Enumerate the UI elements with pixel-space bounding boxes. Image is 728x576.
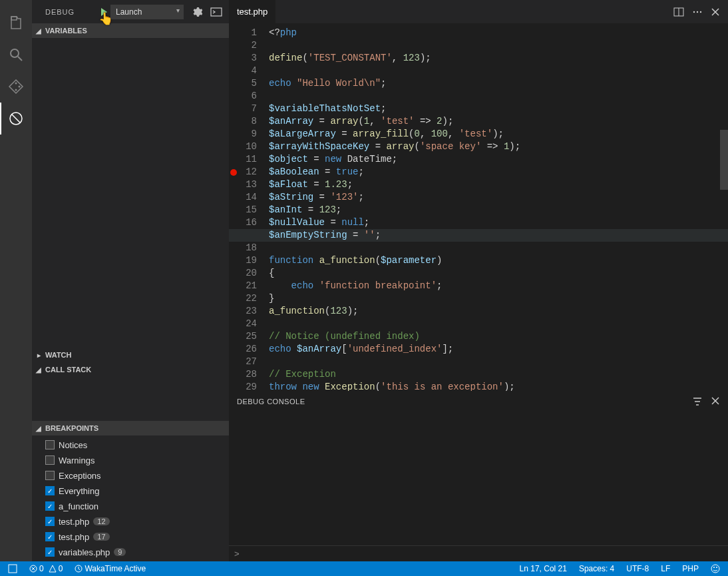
filter-icon[interactable] — [692, 396, 703, 407]
status-bar: 0 0 WakaTime Active Ln 17, Col 21 Spaces… — [0, 561, 728, 576]
section-watch[interactable]: ▸WATCH — [32, 348, 229, 362]
breakpoint-label: Exceptions — [59, 471, 101, 481]
scrollbar-thumb[interactable] — [720, 130, 728, 190]
breakpoint-label: Everything — [59, 486, 99, 496]
status-encoding[interactable]: UTF-8 — [624, 564, 651, 573]
line-badge: 9 — [114, 548, 126, 556]
activity-search[interactable] — [0, 39, 32, 71]
svg-point-3 — [15, 89, 17, 91]
breakpoint-item[interactable]: ✓a_function — [45, 499, 229, 513]
breakpoint-item[interactable]: Notices — [45, 438, 229, 451]
breakpoint-item[interactable]: ✓test.php17 — [45, 530, 229, 543]
debug-console-panel: DEBUG CONSOLE > — [229, 391, 728, 561]
status-language[interactable]: PHP — [679, 564, 701, 573]
more-icon[interactable] — [692, 7, 703, 17]
breakpoint-label: Warnings — [59, 455, 94, 465]
breakpoint-item[interactable]: ✓Everything — [45, 484, 229, 497]
close-icon[interactable] — [711, 7, 720, 17]
activity-bar — [0, 0, 32, 561]
svg-line-1 — [18, 57, 22, 61]
status-problems[interactable]: 0 0 — [27, 564, 65, 573]
tab-test-php[interactable]: test.php — [229, 0, 276, 23]
line-badge: 12 — [93, 517, 109, 525]
checkbox[interactable] — [45, 440, 55, 449]
panel-title: DEBUG CONSOLE — [237, 398, 305, 406]
breakpoint-item[interactable]: Exceptions — [45, 469, 229, 482]
breakpoint-item[interactable]: ✓test.php12 — [45, 515, 229, 528]
line-badge: 17 — [93, 533, 109, 541]
editor-area: test.php 1234567891011121314151617181920… — [229, 0, 728, 561]
checkbox[interactable] — [45, 455, 55, 465]
checkbox[interactable]: ✓ — [45, 486, 55, 495]
editor-tabs: test.php — [229, 0, 728, 23]
status-feedback-icon[interactable] — [708, 564, 723, 573]
section-breakpoints[interactable]: ◢BREAKPOINTS — [32, 421, 229, 435]
svg-point-12 — [700, 11, 701, 12]
svg-point-4 — [19, 86, 21, 88]
breakpoint-label: Notices — [59, 440, 87, 450]
status-cursor-pos[interactable]: Ln 17, Col 21 — [517, 564, 570, 573]
sidebar-title: DEBUG — [45, 8, 75, 16]
start-debug-icon[interactable] — [98, 7, 109, 17]
svg-rect-17 — [9, 565, 17, 573]
status-indent[interactable]: Spaces: 4 — [576, 564, 617, 573]
breakpoint-label: test.php — [59, 532, 89, 542]
breakpoint-item[interactable]: Warnings — [45, 453, 229, 467]
svg-line-6 — [12, 115, 20, 123]
code-editor[interactable]: 1234567891011121314151617181920212223242… — [229, 23, 728, 391]
svg-rect-7 — [211, 8, 222, 16]
activity-scm[interactable] — [0, 71, 32, 103]
svg-point-22 — [711, 565, 719, 573]
breakpoint-item[interactable]: ✓variables.php9 — [45, 545, 229, 559]
status-wakatime[interactable]: WakaTime Active — [72, 564, 148, 573]
close-icon[interactable] — [711, 396, 720, 406]
checkbox[interactable]: ✓ — [45, 501, 55, 511]
section-callstack[interactable]: ◢CALL STACK — [32, 362, 229, 377]
breakpoints-list: NoticesWarningsExceptions✓Everything✓a_f… — [32, 435, 229, 561]
debug-console-input[interactable]: > — [229, 545, 728, 561]
split-editor-icon[interactable] — [673, 7, 684, 17]
checkbox[interactable]: ✓ — [45, 532, 55, 541]
svg-point-23 — [713, 567, 715, 568]
error-icon — [29, 565, 37, 573]
svg-point-11 — [697, 11, 698, 12]
breakpoint-label: a_function — [59, 501, 98, 511]
debug-config-select[interactable]: Launch — [110, 5, 184, 19]
svg-point-10 — [693, 11, 695, 12]
status-eol[interactable]: LF — [658, 564, 673, 573]
breakpoint-label: variables.php — [59, 547, 110, 557]
debug-console-icon[interactable] — [210, 7, 222, 17]
breakpoint-dot[interactable] — [230, 169, 237, 176]
checkbox[interactable]: ✓ — [45, 547, 55, 557]
warning-icon — [49, 565, 57, 573]
debug-sidebar: DEBUG 👆 Launch ◢VARIABLES ▸WATCH ◢CALL S… — [32, 0, 229, 561]
gear-icon[interactable] — [192, 7, 202, 17]
svg-point-0 — [11, 49, 19, 57]
activity-debug[interactable] — [0, 103, 32, 135]
activity-explorer[interactable] — [0, 7, 32, 39]
svg-point-2 — [15, 83, 17, 85]
checkbox[interactable]: ✓ — [45, 517, 55, 526]
svg-point-24 — [716, 567, 717, 568]
checkbox[interactable] — [45, 471, 55, 480]
clock-icon — [75, 565, 83, 573]
status-remote-icon[interactable] — [5, 564, 20, 573]
section-variables[interactable]: ◢VARIABLES — [32, 23, 229, 38]
breakpoint-label: test.php — [59, 517, 89, 527]
